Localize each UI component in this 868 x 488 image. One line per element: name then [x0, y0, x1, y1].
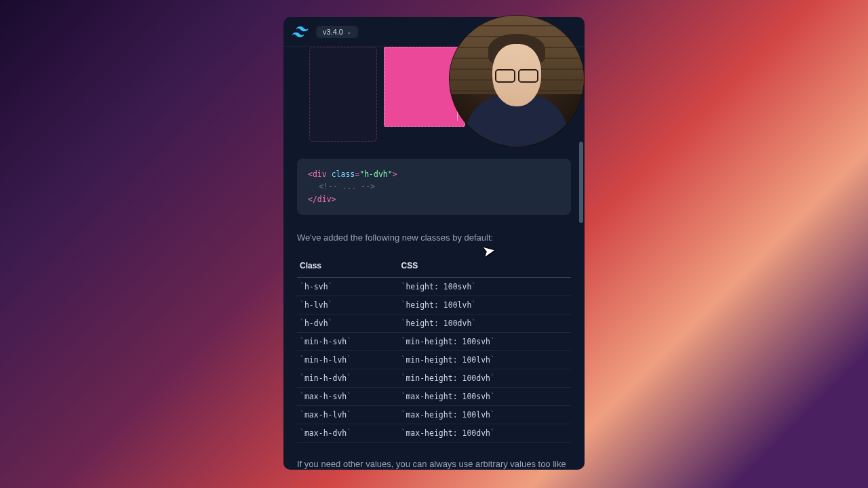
code-token: <div — [308, 169, 327, 179]
chevron-down-icon: ⌄ — [347, 28, 352, 35]
tailwind-logo-icon[interactable] — [292, 26, 309, 37]
class-cell: min-h-lvh — [297, 350, 398, 369]
css-cell: min-height: 100dvh — [398, 369, 571, 387]
class-cell: min-h-svh — [297, 332, 398, 350]
outro-text: If you need other values, you can always… — [297, 459, 566, 469]
class-cell: h-lvh — [297, 296, 398, 314]
table-row: h-lvhheight: 100lvh — [297, 296, 571, 314]
table-header-class: Class — [297, 257, 398, 278]
intro-paragraph: We've added the following new classes by… — [297, 231, 571, 245]
code-example[interactable]: <div class="h-dvh"> <!-- ... --> </div> — [297, 159, 571, 215]
class-cell: max-h-svh — [297, 387, 398, 405]
css-cell: min-height: 100lvh — [398, 350, 571, 369]
code-token: <!-- ... --> — [319, 182, 375, 191]
css-cell: height: 100dvh — [398, 314, 571, 332]
webcam-person-glasses — [495, 69, 538, 81]
class-cell: h-svh — [297, 277, 398, 296]
css-cell: height: 100svh — [398, 277, 571, 296]
webcam-overlay — [449, 15, 585, 147]
scrollbar-track[interactable] — [579, 47, 583, 468]
table-row: min-h-dvhmin-height: 100dvh — [297, 369, 571, 387]
version-selector[interactable]: v3.4.0 ⌄ — [316, 26, 358, 38]
table-row: max-h-dvhmax-height: 100dvh — [297, 424, 571, 442]
classes-table: Class CSS h-svhheight: 100svhh-lvhheight… — [297, 257, 571, 443]
class-cell: max-h-dvh — [297, 424, 398, 442]
outro-paragraphs: If you need other values, you can always… — [297, 458, 571, 470]
css-cell: max-height: 100dvh — [398, 424, 571, 442]
css-cell: max-height: 100svh — [398, 387, 571, 405]
table-row: max-h-lvhmax-height: 100lvh — [297, 405, 571, 424]
code-token: class — [332, 169, 355, 179]
css-cell: max-height: 100lvh — [398, 405, 571, 424]
table-row: min-h-lvhmin-height: 100lvh — [297, 350, 571, 369]
class-cell: max-h-lvh — [297, 405, 398, 424]
class-cell: min-h-dvh — [297, 369, 398, 387]
version-label: v3.4.0 — [323, 28, 343, 36]
css-cell: height: 100lvh — [398, 296, 571, 314]
code-token: h-dvh — [364, 169, 388, 179]
table-row: max-h-svhmax-height: 100svh — [297, 387, 571, 405]
table-row: h-dvhheight: 100dvh — [297, 314, 571, 332]
css-cell: min-height: 100svh — [398, 332, 571, 350]
class-cell: h-dvh — [297, 314, 398, 332]
demo-viewport-outline — [309, 47, 377, 142]
table-row: h-svhheight: 100svh — [297, 277, 571, 296]
code-token: </div> — [308, 195, 336, 204]
table-row: min-h-svhmin-height: 100svh — [297, 332, 571, 350]
scrollbar-thumb[interactable] — [579, 142, 583, 223]
